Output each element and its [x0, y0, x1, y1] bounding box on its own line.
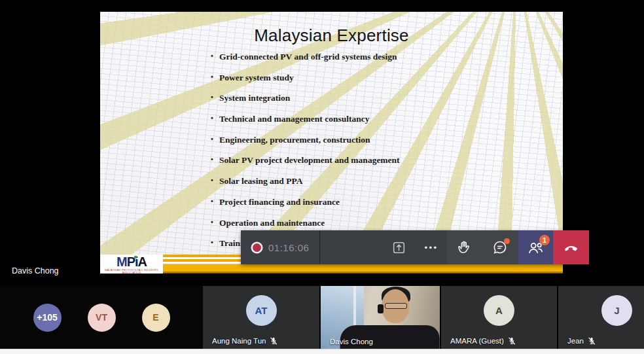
avatar: AT: [246, 295, 277, 326]
meeting-window: Malaysian Expertise •Grid-connected PV a…: [0, 0, 644, 354]
hangup-icon: [562, 238, 581, 257]
toolbar-spacer: [320, 230, 383, 264]
bullet-glyph: •: [211, 155, 219, 163]
participant-filmstrip: +105 VT E AT Aung Naing Tun: [0, 286, 644, 349]
participants-badge: 1: [539, 235, 550, 245]
participant-tile-aung-naing-tun[interactable]: AT Aung Naing Tun: [203, 286, 319, 349]
bullet-glyph: •: [211, 73, 219, 80]
bullet-item: •System integration: [211, 93, 400, 101]
raise-hand-button[interactable]: [447, 230, 482, 264]
bullet-item: •Technical and management consultancy: [211, 114, 400, 122]
show-participants-button[interactable]: 1: [518, 230, 553, 264]
bullet-glyph: •: [211, 114, 219, 122]
bullet-item: •Power system study: [211, 73, 400, 81]
avatar-overflow-zone: +105 VT E: [0, 286, 203, 349]
slide-title: Malaysian Expertise: [100, 26, 563, 46]
call-timer: 01:16:06: [268, 242, 309, 253]
participant-name: Jean: [567, 337, 584, 345]
mic-muted-icon: [507, 336, 516, 345]
bullet-item: •Solar PV project development and manage…: [211, 155, 400, 164]
bullet-item: •Solar leasing and PPA: [211, 176, 400, 185]
participant-name: Davis Chong: [330, 338, 373, 345]
chat-button[interactable]: [482, 230, 518, 264]
share-tray-icon: [391, 239, 407, 256]
bullet-item: •Operation and maintenance: [211, 218, 400, 226]
bullet-glyph: •: [211, 52, 219, 60]
recording-indicator: 01:16:06: [241, 230, 319, 264]
toolbar-mid-section: [447, 230, 518, 264]
participant-avatar-vt[interactable]: VT: [88, 304, 116, 332]
participant-name: Aung Naing Tun: [212, 337, 266, 345]
participant-name: AMARA (Guest): [450, 337, 504, 345]
bullet-glyph: •: [211, 197, 219, 205]
window-bottom-strip: [0, 349, 644, 354]
participant-avatar-e[interactable]: E: [142, 304, 170, 332]
mpia-logo: MPiA MALAYSIAN PHOTOVOLTAIC INDUSTRY ASS…: [100, 255, 163, 274]
participant-tile-jean[interactable]: J Jean: [558, 286, 644, 349]
bullet-item: •Project financing and insurance: [211, 197, 400, 205]
person-headset: [378, 304, 384, 313]
slide-bullet-list: •Grid-connected PV and off-grid systems …: [211, 52, 400, 259]
mpia-logo-word: MPiA: [116, 255, 147, 268]
overflow-count-avatar[interactable]: +105: [33, 304, 62, 332]
more-options-button[interactable]: •••: [414, 230, 447, 264]
recording-dot-icon: [253, 243, 261, 252]
ellipsis-icon: •••: [423, 243, 438, 253]
mpia-logo-subtext: MALAYSIAN PHOTOVOLTAIC INDUSTRY ASSOCIAT…: [100, 269, 163, 274]
bullet-glyph: •: [211, 218, 219, 226]
chat-notification-dot: [504, 238, 510, 244]
bullet-item: •Engineering, procurement, construction: [211, 135, 400, 143]
bullet-glyph: •: [211, 176, 219, 184]
bullet-glyph: •: [211, 238, 219, 246]
presenter-name-label: Davis Chong: [12, 266, 59, 275]
avatar: A: [484, 295, 514, 326]
logo-green-dot: [134, 256, 137, 258]
bullet-glyph: •: [211, 93, 219, 101]
bullet-glyph: •: [211, 135, 219, 143]
mic-muted-icon: [269, 336, 278, 345]
avatar: J: [601, 295, 632, 326]
mic-muted-icon: [587, 336, 596, 345]
hang-up-button[interactable]: [553, 230, 589, 264]
share-tray-button[interactable]: [383, 230, 414, 264]
raise-hand-icon: [456, 239, 473, 256]
person-glasses: [385, 303, 407, 309]
participant-tile-amara-guest[interactable]: A AMARA (Guest): [441, 286, 557, 349]
participant-tile-davis-chong-video[interactable]: Davis Chong: [321, 286, 440, 349]
bullet-item: •Grid-connected PV and off-grid systems …: [211, 52, 400, 60]
call-toolbar: 01:16:06 •••: [241, 230, 589, 264]
